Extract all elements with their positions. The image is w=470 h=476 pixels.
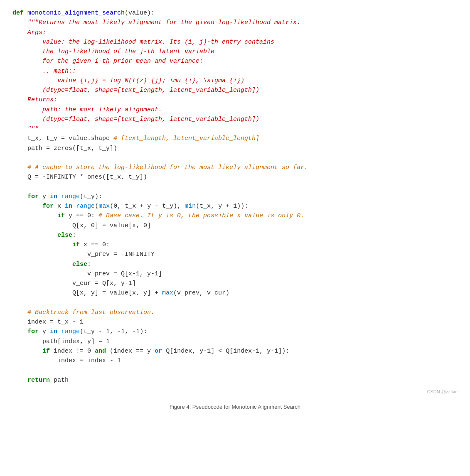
watermark: CSDN @zzfive xyxy=(12,388,458,395)
code-block: def monotonic_alignment_search(value): "… xyxy=(12,8,458,385)
keyword-def: def xyxy=(12,10,24,17)
figure-caption: Figure 4: Pseudocode for Monotonic Align… xyxy=(12,403,458,411)
function-name: monotonic_alignment_search xyxy=(27,10,125,17)
docstring: """Returns the most likely alignment for… xyxy=(12,19,300,132)
